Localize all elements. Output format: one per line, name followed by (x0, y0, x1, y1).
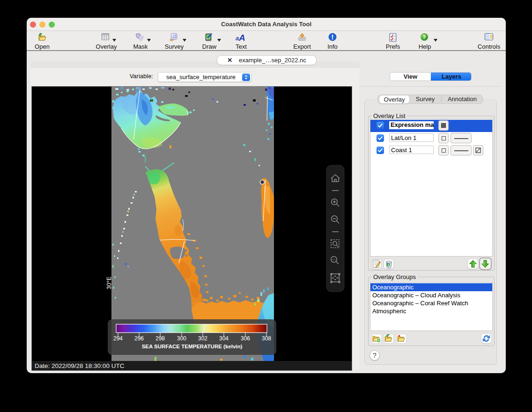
svg-text:306: 306 (241, 335, 250, 342)
svg-text:298: 298 (155, 335, 165, 342)
svg-text:SEA SURFACE TEMPERATURE (kelvi: SEA SURFACE TEMPERATURE (kelvin) (142, 344, 243, 349)
svg-text:A: A (238, 33, 245, 42)
svg-text:308: 308 (262, 335, 271, 342)
svg-text:?: ? (422, 34, 426, 40)
svg-text:302: 302 (198, 335, 207, 342)
svg-text:304: 304 (219, 335, 229, 342)
svg-text:296: 296 (134, 335, 144, 342)
svg-text:30°E: 30°E (106, 277, 112, 289)
svg-text:294: 294 (113, 335, 123, 342)
svg-text:1:1: 1:1 (332, 258, 336, 261)
svg-text:300: 300 (177, 335, 186, 342)
svg-text:Date: 2022/09/28 18:30:00 UTC: Date: 2022/09/28 18:30:00 UTC (35, 362, 125, 369)
